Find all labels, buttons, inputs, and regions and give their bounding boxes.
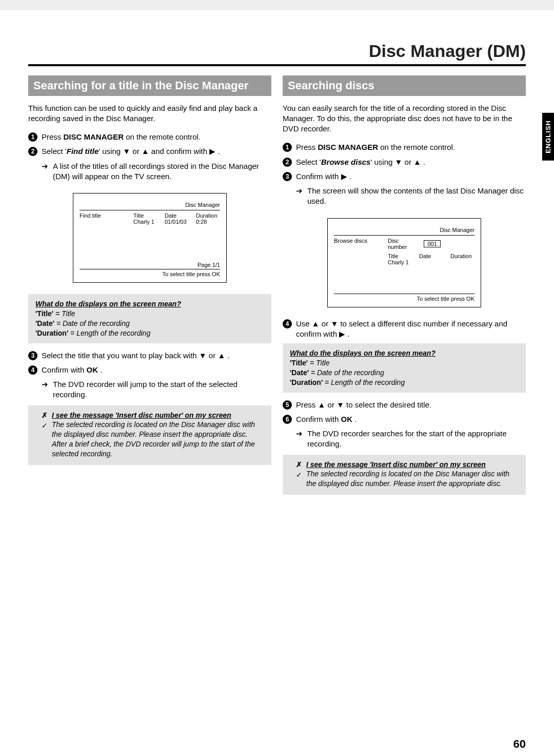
- step-text: Select 'Browse discs' using ▼ or ▲ .: [296, 158, 425, 166]
- screen-left-label: Find title: [80, 212, 128, 219]
- down-triangle-icon: ▼: [395, 158, 403, 166]
- right-step-6-sub: The DVD recorder searches for the start …: [283, 429, 526, 450]
- info-question: What do the displays on the screen mean?: [290, 348, 519, 358]
- x-icon: ✗: [296, 460, 302, 470]
- tip-solution: The selected recording is located on the…: [306, 469, 519, 489]
- check-icon: ✓: [42, 421, 48, 431]
- cell: Charly 1: [388, 259, 412, 265]
- step-badge-icon: 1: [28, 132, 37, 142]
- screen-dm-label: Disc Manager: [80, 202, 220, 208]
- col-header: Title: [133, 212, 157, 219]
- step-text: Confirm with OK .: [296, 415, 357, 423]
- left-section-header: Searching for a title in the Disc Manage…: [28, 75, 271, 96]
- right-triangle-icon: ▶: [209, 147, 215, 156]
- step-badge-icon: 3: [28, 351, 37, 360]
- step-badge-icon: 4: [28, 365, 37, 375]
- step-text: Press ▲ or ▼ to select the desired title…: [296, 400, 431, 409]
- page-title: Disc Manager (DM): [28, 41, 526, 61]
- screen-footer: To select title press OK: [80, 269, 220, 277]
- col-header: Date: [165, 212, 189, 219]
- step-badge-icon: 6: [283, 415, 292, 424]
- language-tab: ENGLISH: [542, 113, 554, 161]
- right-section-header: Searching discs: [283, 75, 526, 96]
- discnum-label: Disc number: [388, 238, 417, 250]
- step-badge-icon: 3: [283, 172, 292, 181]
- step-text: Confirm with OK .: [42, 365, 102, 374]
- cell: 0:28: [196, 219, 220, 225]
- step-text: Select 'Find title' using ▼ or ▲ and con…: [42, 147, 220, 156]
- right-triangle-icon: ▶: [339, 329, 345, 338]
- left-step-4-sub: The DVD recorder will jump to the start …: [28, 379, 271, 400]
- col-header: Duration: [196, 212, 220, 219]
- down-triangle-icon: ▼: [123, 147, 130, 156]
- col-header: Duration: [450, 253, 474, 259]
- up-triangle-icon: ▲: [312, 319, 320, 328]
- step-badge-icon: 1: [283, 143, 292, 152]
- right-step-4: 4 Use ▲ or ▼ to select a different disc …: [283, 319, 526, 340]
- manual-page: ENGLISH Disc Manager (DM) Searching for …: [0, 10, 554, 756]
- right-triangle-icon: ▶: [341, 172, 347, 181]
- screen-left-label: Browse discs: [334, 238, 383, 250]
- screen-mock-find-title: Disc Manager Find title Title Date Durat…: [73, 193, 227, 283]
- left-info-box: What do the displays on the screen mean?…: [28, 294, 271, 343]
- cell: 01/01/03: [165, 219, 189, 225]
- step-text: Select the title that you want to play b…: [42, 351, 230, 360]
- up-triangle-icon: ▲: [217, 351, 225, 360]
- left-column: Searching for a title in the Disc Manage…: [28, 75, 271, 495]
- col-header: Date: [419, 253, 443, 259]
- right-step-3-sub: The screen will show the contents of the…: [283, 186, 526, 207]
- down-triangle-icon: ▼: [330, 319, 338, 328]
- left-step-1: 1 Press DISC MANAGER on the remote contr…: [28, 132, 271, 142]
- up-triangle-icon: ▲: [318, 400, 326, 409]
- step-text: Press DISC MANAGER on the remote control…: [296, 143, 455, 151]
- discnum-value: 001: [424, 240, 440, 247]
- cell: Charly 1: [133, 219, 157, 225]
- left-step-2: 2 Select 'Find title' using ▼ or ▲ and c…: [28, 146, 271, 157]
- right-step-5: 5 Press ▲ or ▼ to select the desired tit…: [283, 400, 526, 410]
- step-badge-icon: 2: [283, 158, 292, 167]
- down-triangle-icon: ▼: [199, 351, 207, 360]
- columns: Searching for a title in the Disc Manage…: [28, 75, 526, 495]
- page-number: 60: [513, 738, 526, 751]
- x-icon: ✗: [42, 411, 48, 420]
- right-column: Searching discs You can easily search fo…: [283, 75, 526, 495]
- tip-problem: I see the message 'Insert disc number' o…: [52, 411, 264, 420]
- left-step-4: 4 Confirm with OK .: [28, 365, 271, 375]
- screen-footer: Page 1/1: [80, 261, 220, 269]
- step-text: Press DISC MANAGER on the remote control…: [42, 132, 201, 141]
- left-intro: This function can be used to quickly and…: [28, 103, 271, 124]
- step-text: Confirm with ▶ .: [296, 172, 351, 181]
- left-step-2-sub: A list of the titles of all recordings s…: [28, 161, 271, 182]
- screen-footer: To select title press OK: [334, 294, 474, 302]
- screen-mock-browse-discs: Disc Manager Browse discs Disc number 00…: [327, 218, 481, 307]
- step-badge-icon: 2: [28, 147, 37, 156]
- right-tip-box: ✗ I see the message 'Insert disc number'…: [283, 455, 526, 495]
- step-badge-icon: 5: [283, 400, 292, 410]
- title-rule: [28, 64, 526, 66]
- up-triangle-icon: ▲: [413, 158, 421, 166]
- screen-dm-label: Disc Manager: [334, 227, 474, 233]
- down-triangle-icon: ▼: [337, 400, 344, 409]
- right-intro: You can easily search for the title of a…: [283, 103, 526, 134]
- right-step-1: 1 Press DISC MANAGER on the remote contr…: [283, 142, 526, 152]
- left-step-3: 3 Select the title that you want to play…: [28, 351, 271, 361]
- tip-problem: I see the message 'Insert disc number' o…: [306, 460, 519, 470]
- check-icon: ✓: [296, 470, 302, 480]
- right-step-6: 6 Confirm with OK .: [283, 414, 526, 424]
- step-badge-icon: 4: [283, 319, 292, 328]
- step-text: Use ▲ or ▼ to select a different disc nu…: [296, 319, 507, 338]
- tip-solution: The selected recording is located on the…: [52, 420, 264, 459]
- left-tip-box: ✗ I see the message 'Insert disc number'…: [28, 405, 271, 465]
- info-question: What do the displays on the screen mean?: [35, 299, 264, 309]
- up-triangle-icon: ▲: [142, 147, 149, 156]
- col-header: Title: [388, 253, 412, 259]
- right-step-3: 3 Confirm with ▶ .: [283, 171, 526, 182]
- right-info-box: What do the displays on the screen mean?…: [283, 343, 526, 393]
- right-step-2: 2 Select 'Browse discs' using ▼ or ▲ .: [283, 157, 526, 167]
